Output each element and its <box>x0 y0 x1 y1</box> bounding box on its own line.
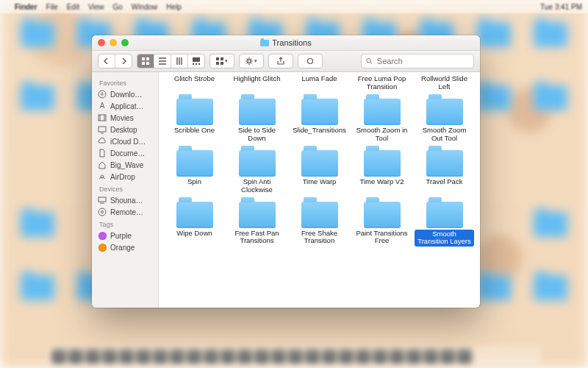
folder-item[interactable]: Rollworld Slide Left <box>413 75 476 96</box>
minimize-button[interactable] <box>110 39 117 46</box>
sidebar-item[interactable]: Shouna… <box>92 194 158 206</box>
sidebar-item[interactable]: Orange <box>92 241 158 253</box>
finder-window: Transitions ▾ ▾ FavoritesDownlo…AApplica… <box>92 35 480 308</box>
sidebar-item[interactable]: Purple <box>92 230 158 241</box>
svg-rect-18 <box>98 127 106 132</box>
svg-point-13 <box>308 59 313 64</box>
folder-label: Time Warp V2 <box>359 178 404 186</box>
folder-item[interactable]: Free Shake Transition <box>288 200 351 252</box>
folder-label: Wipe Down <box>176 230 212 238</box>
toolbar: ▾ ▾ <box>92 51 480 72</box>
sidebar-item[interactable]: AApplicat… <box>92 100 158 112</box>
sidebar-heading: Favorites <box>92 77 158 88</box>
menubar-item[interactable]: Go <box>112 3 122 11</box>
sidebar-item[interactable]: Docume… <box>92 147 158 159</box>
folder-item[interactable]: Time Warp <box>288 149 351 199</box>
folder-item[interactable]: Travel Pack <box>413 149 476 199</box>
sidebar-item[interactable]: Movies <box>92 112 158 124</box>
action-button[interactable]: ▾ <box>239 54 264 68</box>
folder-item[interactable]: Highlight Glitch <box>226 75 288 96</box>
sidebar-item[interactable]: Downlo… <box>92 88 158 100</box>
sidebar-item[interactable]: AirDrop <box>92 171 158 183</box>
sidebar-item[interactable]: iCloud D… <box>92 135 158 147</box>
search-input[interactable] <box>376 56 469 66</box>
svg-point-14 <box>367 58 370 62</box>
sidebar-item-label: Remote… <box>110 208 143 216</box>
sidebar-item-label: AirDrop <box>110 173 135 181</box>
download-icon <box>98 90 107 99</box>
svg-rect-6 <box>196 63 197 65</box>
search-field[interactable] <box>361 54 474 68</box>
folder-icon <box>301 150 338 177</box>
movies-icon <box>98 113 107 122</box>
folder-item[interactable]: Scribble One <box>163 97 226 147</box>
sidebar-item-label: Big_Wave <box>110 161 143 169</box>
folder-icon <box>301 99 338 125</box>
folder-label: Smooth Zoom in Tool <box>354 127 410 143</box>
folder-item[interactable]: Time Warp V2 <box>351 149 413 199</box>
share-button[interactable] <box>268 54 293 68</box>
dock[interactable] <box>47 346 541 367</box>
folder-label: Glitch Strobe <box>174 75 215 83</box>
tag-dot-icon <box>98 243 107 252</box>
icon-view-button[interactable] <box>137 54 154 68</box>
zoom-button[interactable] <box>121 39 129 46</box>
folder-icon <box>426 202 463 228</box>
folder-icon <box>426 150 463 177</box>
folder-item[interactable]: Spin <box>163 149 226 199</box>
sidebar-item[interactable]: Remote… <box>92 206 158 218</box>
menubar-item[interactable]: View <box>88 3 104 11</box>
svg-rect-1 <box>146 57 149 60</box>
folder-icon <box>239 202 276 228</box>
folder-item[interactable]: Glitch Strobe <box>163 75 226 96</box>
folder-item[interactable]: Paint Transitions Free <box>351 200 413 252</box>
folder-label: Smooth Zoom Out Tool <box>417 127 473 143</box>
folder-label: Paint Transitions Free <box>354 230 410 246</box>
documents-icon <box>98 149 107 158</box>
gallery-view-button[interactable] <box>188 54 204 68</box>
close-button[interactable] <box>98 39 105 46</box>
svg-rect-0 <box>142 57 145 60</box>
folder-item[interactable]: Smooth Transition Layers <box>413 200 476 252</box>
svg-rect-7 <box>198 63 200 65</box>
folder-item[interactable]: Free Luma Pop Transition <box>351 75 413 96</box>
column-view-button[interactable] <box>171 54 188 68</box>
folder-icon <box>239 150 276 177</box>
back-button[interactable] <box>98 54 115 68</box>
folder-item[interactable]: Slide_Transitions <box>288 97 351 147</box>
menubar-item[interactable]: Window <box>132 3 158 11</box>
sidebar-item-label: Purple <box>110 232 132 240</box>
folder-item[interactable]: Side to Side Down <box>226 97 288 147</box>
folder-icon <box>364 99 401 125</box>
sidebar-item-label: Applicat… <box>110 102 144 110</box>
tag-dot-icon <box>98 231 107 240</box>
folder-label: Highlight Glitch <box>234 75 281 83</box>
menubar-app[interactable]: Finder <box>15 3 37 11</box>
folder-item[interactable]: Free Fast Pan Transitions <box>226 200 288 252</box>
view-mode-buttons <box>137 54 205 68</box>
menubar-item[interactable]: File <box>46 3 58 11</box>
menubar-item[interactable]: Edit <box>67 3 79 11</box>
svg-point-21 <box>98 208 106 216</box>
svg-rect-8 <box>216 57 219 60</box>
menubar-item[interactable]: Help <box>166 3 182 11</box>
list-view-button[interactable] <box>154 54 171 68</box>
cloud-icon <box>98 137 107 146</box>
sidebar-item[interactable]: Desktop <box>92 124 158 135</box>
folder-item[interactable]: Smooth Zoom in Tool <box>351 97 413 147</box>
titlebar[interactable]: Transitions <box>92 35 480 51</box>
folder-item[interactable]: Smooth Zoom Out Tool <box>413 97 476 147</box>
folder-item[interactable]: Wipe Down <box>163 200 226 252</box>
arrange-button[interactable]: ▾ <box>209 54 234 68</box>
sidebar-item-label: Downlo… <box>110 91 142 99</box>
home-icon <box>98 160 107 169</box>
folder-item[interactable]: Spin Anti Clockwise <box>226 149 288 199</box>
content-area[interactable]: Glitch StrobeHighlight GlitchLuma FadeFr… <box>159 72 480 308</box>
sidebar-item-label: iCloud D… <box>110 138 146 146</box>
forward-button[interactable] <box>115 54 132 68</box>
tags-button[interactable] <box>298 54 323 68</box>
svg-rect-9 <box>220 57 223 60</box>
sidebar-item[interactable]: Big_Wave <box>92 159 158 171</box>
folder-icon <box>364 202 401 228</box>
folder-item[interactable]: Luma Fade <box>288 75 351 96</box>
